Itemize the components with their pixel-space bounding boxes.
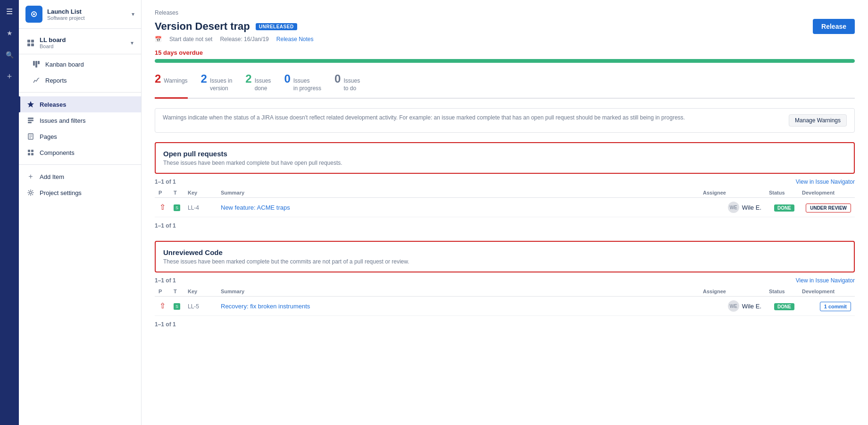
col-status-2: Status [765,287,798,297]
col-key: Key [184,188,217,198]
board-label: LL board [40,36,126,43]
issues-todo-label: Issuesto do [343,77,360,92]
progress-bar-fill [155,59,855,63]
issues-progress-label: Issuesin progress [293,77,321,92]
search-icon[interactable]: 🔍 [3,48,16,61]
release-notes-link[interactable]: Release Notes [276,36,314,42]
hamburger-icon[interactable]: ☰ [3,5,16,18]
issue-link-2[interactable]: Recovery: fix broken instruments [221,303,310,310]
open-pr-table-header: 1–1 of 1 View in Issue Navigator [155,178,855,185]
sidebar-item-project-settings[interactable]: Project settings [19,185,141,201]
dev-cell-2: 1 commit [798,297,855,316]
unreviewed-table-header: 1–1 of 1 View in Issue Navigator [155,277,855,284]
overdue-text: 15 days overdue [155,49,855,56]
main-content: Releases Version Desert trap UNRELEASED … [142,0,868,425]
avatar-2: WE [728,300,739,312]
issue-key: LL-4 [188,204,199,211]
unreviewed-pagination-bottom: 1–1 of 1 [155,321,176,328]
assignee-name-2: Wile E. [742,303,761,310]
svg-rect-9 [38,61,40,64]
open-pr-title: Open pull requests [163,150,846,158]
sidebar-item-board[interactable]: LL board Board ▾ [19,33,141,54]
dev-review-badge[interactable]: UNDER REVIEW [806,204,851,212]
open-pr-table: P T Key Summary Assignee Status Developm… [155,188,855,217]
col-summary: Summary [217,188,699,198]
type-cell-2: S [170,297,184,316]
project-icon [25,6,42,23]
add-item-label: Add Item [40,173,64,180]
unreviewed-view-link[interactable]: View in Issue Navigator [796,277,855,284]
issues-icon [26,116,35,125]
page-title: Version Desert trap [155,20,250,33]
issues-label: Issues and filters [40,117,86,124]
type-cell: S [170,198,184,217]
warning-box: Warnings indicate when the status of a J… [155,108,855,133]
dev-commit-badge[interactable]: 1 commit [820,302,851,311]
sidebar-item-issues[interactable]: Issues and filters [19,112,141,128]
stat-issues-todo[interactable]: 0 Issuesto do [334,72,373,98]
add-icon[interactable]: + [3,70,16,83]
reports-icon [32,76,41,85]
issue-link[interactable]: New feature: ACME traps [221,204,290,211]
sidebar-item-kanban[interactable]: Kanban board [19,56,141,72]
settings-icon [26,188,35,197]
unreviewed-desc: These issues have been marked complete b… [163,258,846,265]
sidebar: Launch List Software project ▾ LL board … [19,0,142,425]
icon-bar: ☰ ★ 🔍 + [0,0,19,425]
sidebar-item-reports[interactable]: Reports [19,72,141,88]
open-pr-view-link[interactable]: View in Issue Navigator [796,178,855,185]
release-date: Release: 16/Jan/19 [220,36,268,42]
sidebar-item-add-item[interactable]: + Add Item [19,169,141,185]
issues-todo-count: 0 [334,72,341,85]
stat-issues-done[interactable]: 2 Issuesdone [245,72,284,98]
svg-point-2 [33,13,35,15]
assignee-name: Wile E. [742,204,761,211]
sidebar-item-pages[interactable]: Pages [19,128,141,144]
release-button[interactable]: Release [813,19,855,34]
svg-rect-5 [27,43,30,46]
title-row: Version Desert trap UNRELEASED [155,20,297,33]
story-type-icon-2: S [174,303,180,310]
sidebar-item-components[interactable]: Components [19,144,141,161]
kanban-label: Kanban board [45,61,84,68]
svg-rect-11 [28,120,33,121]
col-assignee-2: Assignee [699,287,765,297]
stats-row: 2 Warnings 2 Issues inversion 2 Issuesdo… [155,72,855,99]
components-label: Components [40,149,75,156]
sidebar-item-releases[interactable]: Releases [19,96,141,112]
releases-icon [26,100,35,109]
col-key-2: Key [184,287,217,297]
project-header[interactable]: Launch List Software project ▾ [19,0,141,29]
status-done-badge: DONE [774,204,794,212]
stat-warnings[interactable]: 2 Warnings [155,72,201,98]
nav-divider-1 [19,92,141,93]
key-cell-2: LL-5 [184,297,217,316]
svg-rect-18 [31,150,33,152]
open-pr-table-columns: P T Key Summary Assignee Status Developm… [155,188,855,198]
svg-point-21 [30,192,32,194]
unreviewed-code-section: Unreviewed Code These issues have been m… [155,241,855,328]
table-row: ⇧ S LL-4 New feature: ACME traps WE [155,198,855,217]
stat-issues-version[interactable]: 2 Issues inversion [201,72,246,98]
status-cell-2: DONE [765,297,798,316]
calendar-icon: 📅 [155,36,162,42]
board-icon [26,39,35,47]
svg-rect-6 [31,43,34,46]
stat-issues-progress[interactable]: 0 Issuesin progress [284,72,334,98]
open-pr-pagination-top: 1–1 of 1 [155,178,176,185]
summary-cell: New feature: ACME traps [217,198,699,217]
board-sublabel: Board [40,43,126,49]
star-icon[interactable]: ★ [3,26,16,40]
story-type-icon: S [174,204,180,211]
key-cell: LL-4 [184,198,217,217]
priority-cell-2: ⇧ [155,297,170,316]
assignee-cell-2: WE Wile E. [699,297,765,316]
unreleased-badge: UNRELEASED [256,23,297,30]
col-type-2: T [170,287,184,297]
svg-rect-4 [31,40,34,42]
assignee-cell: WE Wile E. [699,198,765,217]
col-priority: P [155,188,170,198]
summary-cell-2: Recovery: fix broken instruments [217,297,699,316]
manage-warnings-button[interactable]: Manage Warnings [789,114,847,127]
project-type: Software project [47,15,127,21]
